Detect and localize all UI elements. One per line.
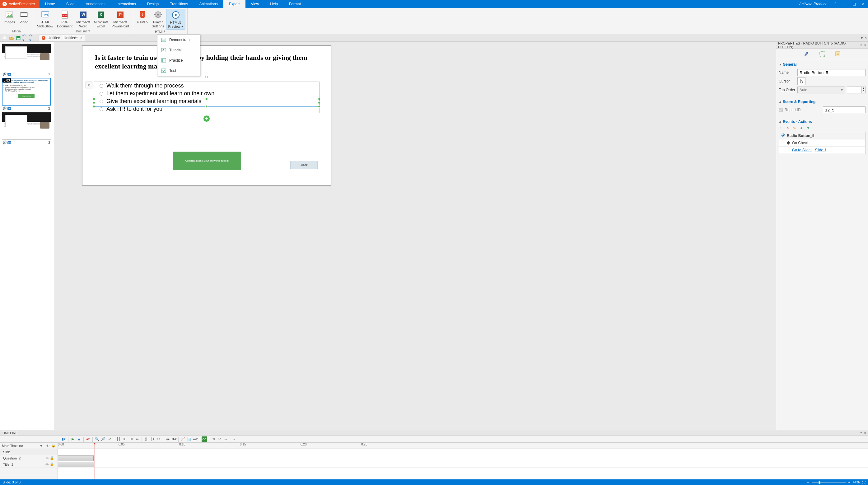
slide-canvas[interactable]: Is it faster to train users on an app by… — [82, 46, 331, 186]
activate-product-link[interactable]: Activate Product — [795, 2, 831, 6]
move-handle-icon[interactable]: ✥ — [86, 82, 92, 88]
interactivity-tab-icon[interactable]: ★ — [834, 51, 841, 57]
canvas-area[interactable]: Is it faster to train users on an app by… — [54, 42, 776, 430]
prev-icon[interactable]: ⟲ — [211, 436, 216, 442]
align-right-icon[interactable]: ⇥ — [128, 436, 134, 442]
edit-event-icon[interactable]: ✎ — [793, 126, 797, 130]
minimize-button[interactable]: — — [840, 2, 849, 6]
timeline-row-slide[interactable]: Slide — [0, 449, 58, 455]
ms-word-button[interactable]: WMicrosoft Word — [74, 9, 92, 29]
zoomin-icon[interactable]: 🔍 — [94, 436, 100, 442]
zoomfit-icon[interactable]: ⤢ — [107, 436, 112, 442]
zoom-slider[interactable] — [812, 482, 846, 483]
feedback-correct[interactable]: Congratulations, your answer is correct — [173, 151, 241, 170]
menu-tab-help[interactable]: Help — [265, 0, 283, 8]
images-button[interactable]: Images — [2, 9, 17, 25]
event-action[interactable]: Go to Slide: Slide 1 — [779, 147, 865, 154]
timeline-opts-icon[interactable]: ≡ — [860, 431, 862, 435]
video-button[interactable]: Video — [17, 9, 31, 25]
menu-tab-export[interactable]: Export — [223, 0, 245, 8]
visibility-icon[interactable]: 👁 — [44, 456, 50, 460]
panel-menu-icon[interactable]: ▾ — [861, 36, 863, 40]
cc-icon[interactable]: CC — [202, 436, 207, 442]
movedown-event-icon[interactable]: ▼ — [806, 126, 810, 130]
menu-tab-annotations[interactable]: Annotations — [80, 0, 111, 8]
menu-tab-design[interactable]: Design — [142, 0, 164, 8]
html5-button[interactable]: 5HTML5 — [135, 9, 150, 25]
moveup-event-icon[interactable]: ▲ — [799, 126, 804, 130]
preview-practice-item[interactable]: Practice — [157, 55, 200, 65]
reportid-field[interactable] — [823, 107, 866, 113]
zoom-in-icon[interactable]: + — [848, 480, 850, 484]
track-eye-icon[interactable]: 👁 — [46, 444, 50, 448]
fit-icon[interactable]: ⛶ — [862, 480, 866, 484]
panel-opts-icon[interactable]: ≡ — [860, 43, 862, 47]
html-slideshow-button[interactable]: HTMLHTML SlideShow — [35, 9, 55, 29]
more-icon[interactable]: » — [231, 436, 237, 442]
trim-end-icon[interactable]: ⎮⟩ — [150, 436, 155, 442]
insert-col-icon[interactable]: 𝌆▾ — [193, 436, 198, 442]
answer-option-1[interactable]: Let them experiment and learn on their o… — [94, 90, 319, 97]
panel-close-icon[interactable]: × — [864, 43, 866, 47]
slide-thumb-1[interactable]: 0:41.933Lorem ipsum dolor sit amet conse… — [2, 44, 51, 76]
save-icon[interactable] — [16, 35, 21, 41]
insert-bar-icon[interactable]: 📊 — [186, 436, 192, 442]
redo-icon[interactable]: ↷ ▾ — [29, 35, 35, 41]
pdf-document-button[interactable]: PDFPDF Document — [55, 9, 74, 29]
event-item[interactable]: On Check — [779, 139, 865, 147]
menu-tab-home[interactable]: Home — [39, 0, 61, 8]
menu-tab-view[interactable]: View — [245, 0, 265, 8]
align-center-icon[interactable]: ⇔ — [134, 436, 140, 442]
spinner-up-icon[interactable]: ▲ — [862, 87, 865, 89]
answer-option-0[interactable]: Walk them through the process — [94, 82, 319, 90]
add-answer-button[interactable]: + — [204, 115, 210, 122]
player-settings-button[interactable]: Player Settings — [150, 9, 166, 29]
document-tab[interactable]: a Untitled - Untitled* × — [38, 34, 85, 41]
stop-icon[interactable]: ■ — [76, 436, 82, 442]
track-title[interactable] — [58, 461, 868, 467]
slide-thumb-2[interactable]: 0:03Is it faster to train users on an ap… — [2, 78, 51, 110]
undo-icon[interactable]: ↶ ▾ — [22, 35, 28, 41]
style-tab-icon[interactable] — [803, 51, 810, 57]
timeline-selector[interactable]: Main Timeline▼ 👁 🔒 — [0, 443, 58, 449]
chevron-up-icon[interactable]: ⌃ — [831, 2, 840, 6]
lock-icon[interactable]: 🔒 — [50, 462, 55, 466]
zoomout-icon[interactable]: 🔎 — [100, 436, 106, 442]
ms-excel-button[interactable]: XMicrosoft Excel — [92, 9, 110, 29]
menu-tab-format[interactable]: Format — [283, 0, 306, 8]
menu-tab-interactions[interactable]: Interactions — [111, 0, 142, 8]
selection-box[interactable] — [94, 99, 319, 107]
maximize-button[interactable]: ▢ — [849, 2, 859, 6]
panel-close-icon[interactable]: × — [865, 36, 867, 40]
question-title[interactable]: Is it faster to train users on an app by… — [83, 46, 331, 70]
play-icon[interactable]: ▶ — [70, 436, 75, 442]
next-icon[interactable]: ⟳ — [217, 436, 222, 442]
name-field[interactable] — [797, 69, 866, 76]
score-section-header[interactable]: Score & Reporting — [779, 98, 866, 105]
timeline-row-question_2[interactable]: Question_2👁🔒 — [0, 455, 58, 461]
taborder-select[interactable]: Auto▾ — [797, 87, 845, 93]
volume2-icon[interactable]: 🕪▾ — [171, 436, 177, 442]
menu-tab-transitions[interactable]: Transitions — [164, 0, 193, 8]
volume-icon[interactable]: 🕪 — [165, 436, 170, 442]
general-section-header[interactable]: General — [779, 61, 866, 68]
submit-button[interactable]: Submit — [290, 161, 318, 169]
timeline-close-icon[interactable]: × — [864, 431, 866, 435]
slide-thumb-3[interactable]: 0:10.633Lorem ipsum dolor sit amet conse… — [2, 112, 51, 144]
preview-tutorial-item[interactable]: Tutorial — [157, 45, 200, 55]
split-icon[interactable]: ⎮⎮ — [116, 436, 121, 442]
loop-icon[interactable]: ∞ — [223, 436, 229, 442]
open-file-icon[interactable] — [9, 35, 14, 41]
menu-tab-animations[interactable]: Animations — [193, 0, 223, 8]
cut-icon[interactable]: ✂ — [156, 436, 161, 442]
html5-preview-button[interactable]: HTML5 Preview ▾ — [166, 9, 185, 30]
menu-tab-slide[interactable]: Slide — [61, 0, 80, 8]
timeline-tracks[interactable]: 0:000:050:100:150:200:25 — [58, 443, 868, 479]
add-event-icon[interactable]: + — [779, 126, 783, 130]
track-lock-icon[interactable]: 🔒 — [51, 444, 56, 448]
lock-icon[interactable]: 🔒 — [50, 456, 55, 460]
ms-powerpoint-button[interactable]: PMicrosoft PowerPoint — [110, 9, 131, 29]
cursor-picker[interactable] — [797, 77, 805, 85]
record-icon[interactable]: ●▾ — [85, 436, 91, 442]
answer-group[interactable]: ✥ Walk them through the processLet them … — [94, 82, 319, 113]
